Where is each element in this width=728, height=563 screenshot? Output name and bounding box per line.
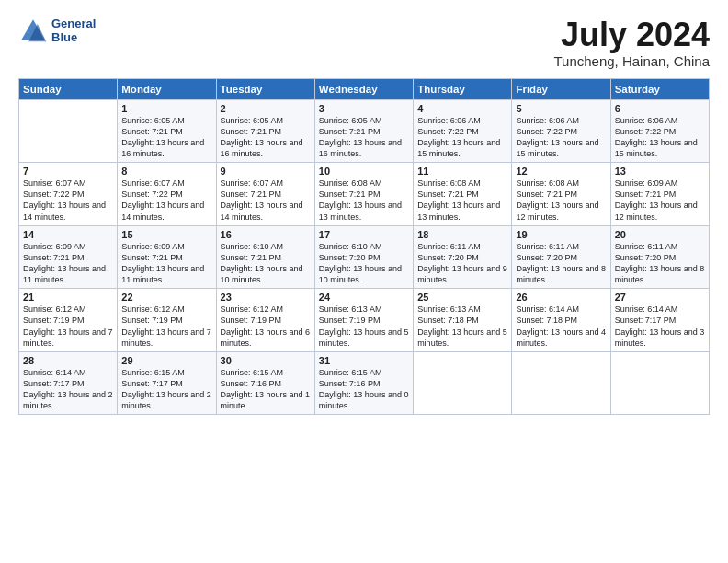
cell-details: Sunrise: 6:08 AM Sunset: 7:21 PM Dayligh… <box>319 178 409 223</box>
logo-text: General Blue <box>51 17 96 45</box>
calendar-cell: 10Sunrise: 6:08 AM Sunset: 7:21 PM Dayli… <box>314 163 413 226</box>
cell-details: Sunrise: 6:13 AM Sunset: 7:19 PM Dayligh… <box>319 304 409 349</box>
cell-details: Sunrise: 6:11 AM Sunset: 7:20 PM Dayligh… <box>516 241 606 286</box>
calendar-cell: 30Sunrise: 6:15 AM Sunset: 7:16 PM Dayli… <box>216 351 314 415</box>
calendar-cell: 19Sunrise: 6:11 AM Sunset: 7:20 PM Dayli… <box>512 225 610 289</box>
calendar-cell <box>512 351 610 415</box>
cell-details: Sunrise: 6:10 AM Sunset: 7:20 PM Dayligh… <box>319 241 409 286</box>
calendar-cell: 6Sunrise: 6:06 AM Sunset: 7:22 PM Daylig… <box>610 99 709 163</box>
day-number: 19 <box>516 229 606 240</box>
day-number: 8 <box>121 166 211 177</box>
cell-details: Sunrise: 6:11 AM Sunset: 7:20 PM Dayligh… <box>417 241 507 286</box>
day-number: 5 <box>516 103 606 114</box>
cell-details: Sunrise: 6:11 AM Sunset: 7:20 PM Dayligh… <box>615 241 705 286</box>
calendar-cell: 13Sunrise: 6:09 AM Sunset: 7:21 PM Dayli… <box>610 163 709 226</box>
day-number: 7 <box>23 166 113 177</box>
main-title: July 2024 <box>553 17 710 53</box>
calendar-cell: 1Sunrise: 6:05 AM Sunset: 7:21 PM Daylig… <box>118 99 216 163</box>
cell-details: Sunrise: 6:14 AM Sunset: 7:18 PM Dayligh… <box>516 304 606 349</box>
day-number: 4 <box>417 103 507 114</box>
day-number: 20 <box>615 229 705 240</box>
calendar-cell: 15Sunrise: 6:09 AM Sunset: 7:21 PM Dayli… <box>118 225 216 289</box>
logo-line2: Blue <box>51 31 96 45</box>
calendar-cell: 7Sunrise: 6:07 AM Sunset: 7:22 PM Daylig… <box>19 163 118 226</box>
calendar-cell: 9Sunrise: 6:07 AM Sunset: 7:21 PM Daylig… <box>216 163 314 226</box>
cell-details: Sunrise: 6:05 AM Sunset: 7:21 PM Dayligh… <box>319 115 409 160</box>
cell-details: Sunrise: 6:05 AM Sunset: 7:21 PM Dayligh… <box>221 115 311 160</box>
cell-details: Sunrise: 6:05 AM Sunset: 7:21 PM Dayligh… <box>121 115 211 160</box>
day-number: 9 <box>221 166 311 177</box>
week-row-4: 28Sunrise: 6:14 AM Sunset: 7:17 PM Dayli… <box>19 351 710 415</box>
day-number: 15 <box>121 229 211 240</box>
day-number: 28 <box>23 355 113 366</box>
day-number: 29 <box>121 355 211 366</box>
day-number: 6 <box>615 103 705 114</box>
calendar-cell: 28Sunrise: 6:14 AM Sunset: 7:17 PM Dayli… <box>19 351 118 415</box>
day-number: 21 <box>23 292 113 303</box>
calendar-cell: 8Sunrise: 6:07 AM Sunset: 7:22 PM Daylig… <box>118 163 216 226</box>
week-row-2: 14Sunrise: 6:09 AM Sunset: 7:21 PM Dayli… <box>19 225 710 289</box>
day-number: 30 <box>221 355 311 366</box>
calendar-cell: 3Sunrise: 6:05 AM Sunset: 7:21 PM Daylig… <box>314 99 413 163</box>
day-number: 27 <box>615 292 705 303</box>
logo: General Blue <box>18 17 96 46</box>
weekday-header-friday: Friday <box>512 78 610 99</box>
weekday-header-saturday: Saturday <box>610 78 709 99</box>
calendar-cell: 12Sunrise: 6:08 AM Sunset: 7:21 PM Dayli… <box>512 163 610 226</box>
calendar-cell: 14Sunrise: 6:09 AM Sunset: 7:21 PM Dayli… <box>19 225 118 289</box>
title-block: July 2024 Tuncheng, Hainan, China <box>553 17 710 69</box>
cell-details: Sunrise: 6:07 AM Sunset: 7:21 PM Dayligh… <box>221 178 311 223</box>
calendar-cell <box>19 99 118 163</box>
weekday-header-tuesday: Tuesday <box>216 78 314 99</box>
day-number: 12 <box>516 166 606 177</box>
calendar-cell: 16Sunrise: 6:10 AM Sunset: 7:21 PM Dayli… <box>216 225 314 289</box>
cell-details: Sunrise: 6:14 AM Sunset: 7:17 PM Dayligh… <box>615 304 705 349</box>
day-number: 1 <box>121 103 211 114</box>
subtitle: Tuncheng, Hainan, China <box>553 53 710 69</box>
page: General Blue July 2024 Tuncheng, Hainan,… <box>0 0 728 563</box>
day-number: 25 <box>417 292 507 303</box>
calendar-cell: 23Sunrise: 6:12 AM Sunset: 7:19 PM Dayli… <box>216 289 314 352</box>
cell-details: Sunrise: 6:15 AM Sunset: 7:17 PM Dayligh… <box>121 367 211 412</box>
day-number: 17 <box>319 229 409 240</box>
weekday-header-thursday: Thursday <box>414 78 512 99</box>
day-number: 24 <box>319 292 409 303</box>
cell-details: Sunrise: 6:13 AM Sunset: 7:18 PM Dayligh… <box>417 304 507 349</box>
cell-details: Sunrise: 6:12 AM Sunset: 7:19 PM Dayligh… <box>23 304 113 349</box>
day-number: 22 <box>121 292 211 303</box>
calendar-cell: 17Sunrise: 6:10 AM Sunset: 7:20 PM Dayli… <box>314 225 413 289</box>
weekday-header-wednesday: Wednesday <box>314 78 413 99</box>
week-row-0: 1Sunrise: 6:05 AM Sunset: 7:21 PM Daylig… <box>19 99 710 163</box>
logo-icon <box>18 17 48 46</box>
calendar-cell: 25Sunrise: 6:13 AM Sunset: 7:18 PM Dayli… <box>414 289 512 352</box>
cell-details: Sunrise: 6:12 AM Sunset: 7:19 PM Dayligh… <box>121 304 211 349</box>
calendar-cell <box>414 351 512 415</box>
calendar-cell: 29Sunrise: 6:15 AM Sunset: 7:17 PM Dayli… <box>118 351 216 415</box>
calendar-cell: 2Sunrise: 6:05 AM Sunset: 7:21 PM Daylig… <box>216 99 314 163</box>
weekday-header-sunday: Sunday <box>19 78 118 99</box>
calendar-cell: 27Sunrise: 6:14 AM Sunset: 7:17 PM Dayli… <box>610 289 709 352</box>
calendar-cell: 21Sunrise: 6:12 AM Sunset: 7:19 PM Dayli… <box>19 289 118 352</box>
calendar-cell: 26Sunrise: 6:14 AM Sunset: 7:18 PM Dayli… <box>512 289 610 352</box>
cell-details: Sunrise: 6:10 AM Sunset: 7:21 PM Dayligh… <box>221 241 311 286</box>
cell-details: Sunrise: 6:08 AM Sunset: 7:21 PM Dayligh… <box>516 178 606 223</box>
day-number: 10 <box>319 166 409 177</box>
day-number: 3 <box>319 103 409 114</box>
day-number: 26 <box>516 292 606 303</box>
day-number: 16 <box>221 229 311 240</box>
cell-details: Sunrise: 6:09 AM Sunset: 7:21 PM Dayligh… <box>23 241 113 286</box>
day-number: 14 <box>23 229 113 240</box>
cell-details: Sunrise: 6:06 AM Sunset: 7:22 PM Dayligh… <box>516 115 606 160</box>
cell-details: Sunrise: 6:08 AM Sunset: 7:21 PM Dayligh… <box>417 178 507 223</box>
day-number: 11 <box>417 166 507 177</box>
calendar-cell: 24Sunrise: 6:13 AM Sunset: 7:19 PM Dayli… <box>314 289 413 352</box>
calendar-table: SundayMondayTuesdayWednesdayThursdayFrid… <box>18 78 710 416</box>
calendar-cell: 4Sunrise: 6:06 AM Sunset: 7:22 PM Daylig… <box>414 99 512 163</box>
cell-details: Sunrise: 6:07 AM Sunset: 7:22 PM Dayligh… <box>121 178 211 223</box>
calendar-cell <box>610 351 709 415</box>
calendar-cell: 22Sunrise: 6:12 AM Sunset: 7:19 PM Dayli… <box>118 289 216 352</box>
day-number: 31 <box>319 355 409 366</box>
cell-details: Sunrise: 6:07 AM Sunset: 7:22 PM Dayligh… <box>23 178 113 223</box>
cell-details: Sunrise: 6:14 AM Sunset: 7:17 PM Dayligh… <box>23 367 113 412</box>
week-row-3: 21Sunrise: 6:12 AM Sunset: 7:19 PM Dayli… <box>19 289 710 352</box>
